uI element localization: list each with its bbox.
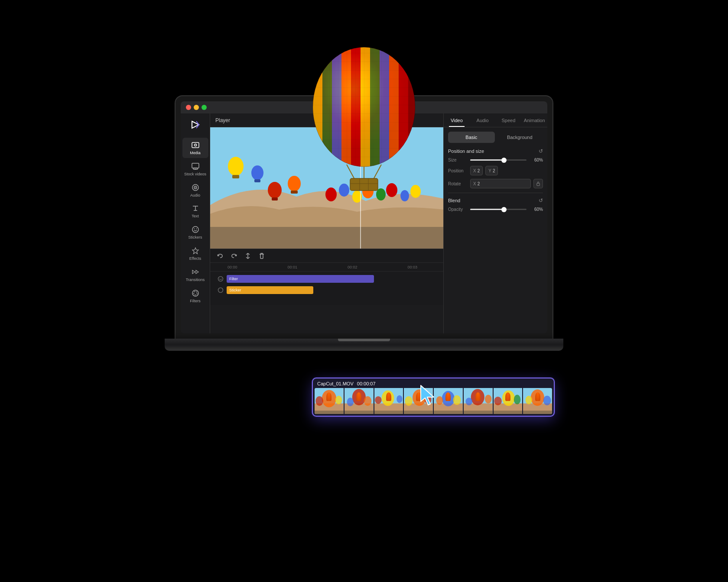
timeline-tracks: Filter bbox=[210, 272, 443, 297]
svg-point-100 bbox=[485, 395, 492, 404]
size-slider-fill bbox=[470, 159, 504, 161]
filmstrip-frame-2 bbox=[344, 388, 374, 414]
minimize-button[interactable] bbox=[194, 105, 199, 110]
size-label: Size bbox=[448, 158, 468, 162]
opacity-value: 60% bbox=[529, 207, 543, 212]
close-button[interactable] bbox=[186, 105, 191, 110]
video-background bbox=[210, 127, 443, 249]
maximize-button[interactable] bbox=[202, 105, 207, 110]
position-y-input[interactable]: Y 2 bbox=[485, 166, 498, 175]
blend-reset-icon[interactable]: ↺ bbox=[539, 197, 543, 204]
sidebar-item-effects[interactable]: Effects bbox=[182, 243, 208, 264]
clip-header: CapCut_01.MOV 00:00:07 bbox=[315, 380, 552, 388]
svg-marker-38 bbox=[192, 248, 198, 254]
sidebar-item-stickers[interactable]: Stickers bbox=[182, 222, 208, 242]
stickers-icon bbox=[191, 225, 200, 234]
filmstrip-frame-3 bbox=[374, 388, 403, 414]
svg-point-106 bbox=[514, 395, 520, 404]
ruler-mark-2: 00:02 bbox=[348, 265, 358, 269]
transitions-icon bbox=[191, 267, 200, 277]
svg-rect-103 bbox=[494, 411, 523, 414]
position-size-reset-icon[interactable]: ↺ bbox=[539, 148, 543, 154]
player-area: Player bbox=[210, 113, 443, 333]
undo-button[interactable] bbox=[215, 251, 225, 261]
svg-point-37 bbox=[196, 229, 197, 230]
svg-point-49 bbox=[288, 176, 301, 191]
tab-speed[interactable]: Speed bbox=[496, 113, 522, 127]
sidebar-item-effects-label: Effects bbox=[189, 256, 201, 261]
panel-sub-tabs: Basic Background bbox=[448, 132, 543, 143]
position-property-row: Position X 2 Y 2 bbox=[448, 166, 543, 175]
sidebar-item-text[interactable]: Text bbox=[182, 201, 208, 221]
timeline-ruler: 00:00 00:01 00:02 00:03 bbox=[210, 263, 443, 272]
svg-rect-26 bbox=[192, 163, 199, 168]
sub-tab-background[interactable]: Background bbox=[497, 132, 543, 143]
sticker-track-clip[interactable]: Sticker bbox=[227, 286, 313, 294]
tab-video[interactable]: Video bbox=[444, 113, 470, 127]
sidebar: Media Stock videos bbox=[181, 113, 210, 333]
sidebar-item-media[interactable]: Media bbox=[182, 138, 208, 158]
ruler-marks: 00:00 00:01 00:02 00:03 bbox=[228, 265, 417, 269]
video-scene bbox=[210, 127, 443, 249]
svg-rect-79 bbox=[374, 411, 403, 414]
filter-track-row: Filter bbox=[214, 274, 439, 284]
svg-point-99 bbox=[465, 398, 472, 405]
sticker-track-icon bbox=[214, 287, 227, 293]
size-property-row: Size 60% bbox=[448, 158, 543, 162]
svg-point-45 bbox=[251, 165, 263, 180]
sidebar-item-transitions[interactable]: Transitions bbox=[182, 265, 208, 285]
sidebar-item-audio-label: Audio bbox=[190, 193, 200, 198]
panel-body: Basic Background Position and size ↺ bbox=[444, 127, 547, 333]
sidebar-item-audio[interactable]: Audio bbox=[182, 180, 208, 200]
svg-point-82 bbox=[396, 395, 402, 403]
svg-point-80 bbox=[381, 391, 394, 406]
opacity-slider[interactable] bbox=[470, 209, 526, 210]
sidebar-item-filters[interactable]: Filters bbox=[182, 286, 208, 306]
laptop-hinge bbox=[338, 339, 390, 341]
filter-track-icon bbox=[214, 276, 227, 282]
size-slider-thumb[interactable] bbox=[501, 158, 507, 163]
svg-point-35 bbox=[192, 226, 198, 233]
redo-button[interactable] bbox=[229, 251, 239, 261]
size-slider[interactable] bbox=[470, 159, 526, 161]
filter-track-label: Filter bbox=[229, 277, 238, 281]
opacity-slider-thumb[interactable] bbox=[501, 207, 507, 212]
rotate-x-input[interactable]: X 2 bbox=[470, 179, 531, 188]
svg-point-69 bbox=[315, 396, 323, 406]
svg-point-54 bbox=[362, 184, 374, 198]
position-x-input[interactable]: X 2 bbox=[470, 166, 483, 175]
svg-point-58 bbox=[410, 185, 421, 198]
sidebar-item-stock-videos[interactable]: Stock videos bbox=[182, 159, 208, 179]
svg-point-57 bbox=[400, 190, 409, 201]
delete-button[interactable] bbox=[257, 251, 266, 261]
opacity-label: Opacity bbox=[448, 207, 468, 212]
svg-point-25 bbox=[194, 144, 196, 146]
rotate-inputs: X 2 bbox=[470, 179, 543, 188]
svg-point-36 bbox=[194, 229, 195, 230]
timeline-controls bbox=[210, 249, 443, 263]
tab-audio[interactable]: Audio bbox=[470, 113, 496, 127]
opacity-property-row: Opacity 60% bbox=[448, 207, 543, 212]
floating-clip-tooltip: CapCut_01.MOV 00:00:07 bbox=[312, 378, 555, 417]
filmstrip-frame-6 bbox=[464, 388, 493, 414]
ruler-mark-1: 00:01 bbox=[287, 265, 297, 269]
app-logo bbox=[188, 117, 203, 133]
svg-rect-109 bbox=[523, 411, 552, 414]
sidebar-item-media-label: Media bbox=[190, 151, 201, 155]
filter-track-clip[interactable]: Filter bbox=[227, 275, 374, 283]
svg-point-75 bbox=[347, 398, 354, 406]
ruler-mark-3: 00:03 bbox=[407, 265, 417, 269]
tab-animation[interactable]: Animation bbox=[521, 113, 547, 127]
sub-tab-basic[interactable]: Basic bbox=[448, 132, 495, 143]
svg-point-87 bbox=[405, 396, 413, 406]
split-button[interactable] bbox=[243, 251, 253, 261]
sidebar-item-text-label: Text bbox=[192, 214, 199, 219]
effects-icon bbox=[191, 246, 200, 255]
sidebar-item-stock-label: Stock videos bbox=[184, 172, 206, 177]
laptop-screen: Media Stock videos bbox=[181, 101, 547, 333]
sticker-track-label: Sticker bbox=[229, 288, 241, 292]
clip-filename: CapCut_01.MOV bbox=[317, 381, 354, 386]
rotate-lock-button[interactable] bbox=[533, 179, 543, 188]
filmstrip-frame-8 bbox=[523, 388, 552, 414]
svg-point-43 bbox=[228, 157, 244, 176]
